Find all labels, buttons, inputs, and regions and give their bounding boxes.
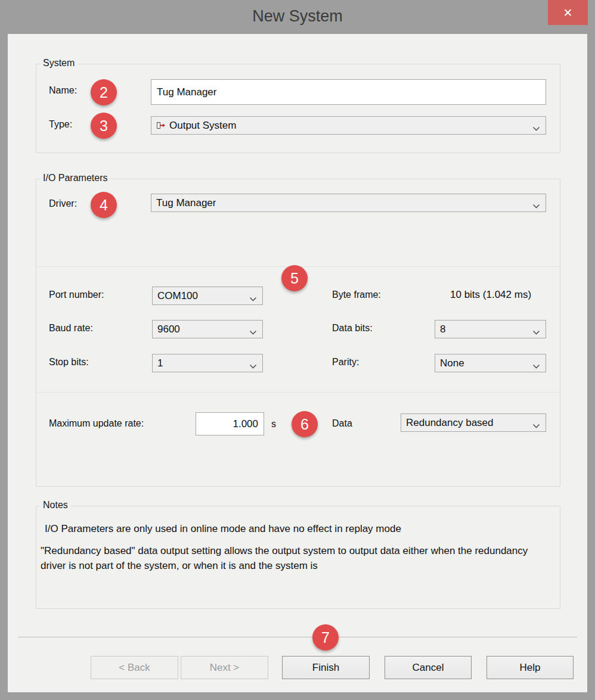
driver-label: Driver:	[49, 198, 77, 209]
stop-bits-label: Stop bits:	[49, 357, 89, 368]
max-update-rate-label: Maximum update rate:	[49, 418, 144, 429]
max-update-rate-unit: s	[271, 419, 276, 430]
type-badge: 3	[91, 113, 117, 139]
notes-legend: Notes	[40, 500, 71, 511]
chevron-down-icon	[249, 327, 257, 332]
chevron-down-icon	[532, 361, 540, 366]
stop-bits-select[interactable]: 1	[152, 354, 263, 372]
window-title: New System	[0, 0, 595, 34]
dialog-body: System Name: 2 Type: 3 Output System I/O…	[8, 34, 587, 692]
serial-badge: 5	[281, 265, 308, 291]
close-icon: ✕	[563, 6, 573, 20]
type-label: Type:	[49, 119, 72, 130]
data-bits-label: Data bits:	[332, 323, 373, 334]
driver-select[interactable]: Tug Manager	[151, 194, 546, 212]
chevron-down-icon	[532, 421, 540, 426]
chevron-down-icon	[532, 327, 540, 332]
data-output-select[interactable]: Redundancy based	[401, 413, 546, 432]
byte-frame-label: Byte frame:	[332, 290, 381, 300]
chevron-down-icon	[532, 123, 540, 129]
name-badge: 2	[91, 79, 117, 105]
byte-frame-value: 10 bits (1.042 ms)	[450, 289, 531, 301]
type-select[interactable]: Output System	[151, 116, 546, 135]
port-number-select[interactable]: COM100	[152, 287, 263, 305]
back-button[interactable]: < Back	[91, 656, 178, 679]
finish-badge: 7	[312, 624, 339, 651]
parity-select[interactable]: None	[435, 354, 546, 372]
data-output-label: Data	[332, 418, 352, 429]
window-titlebar: New System ✕	[0, 0, 595, 34]
baud-rate-select[interactable]: 9600	[152, 320, 263, 338]
data-bits-select[interactable]: 8	[435, 320, 546, 338]
system-group-legend: System	[40, 58, 78, 69]
cancel-button[interactable]: Cancel	[385, 656, 472, 679]
chevron-down-icon	[532, 201, 540, 206]
name-input[interactable]	[151, 79, 546, 105]
update-rate-badge: 6	[292, 411, 318, 437]
driver-badge: 4	[91, 192, 117, 218]
close-button[interactable]: ✕	[548, 0, 588, 25]
note-paragraph: "Redundancy based" data output setting a…	[41, 543, 554, 573]
help-button[interactable]: Help	[486, 656, 574, 679]
chevron-down-icon	[249, 361, 257, 366]
io-divider-bottom	[36, 392, 559, 393]
next-button[interactable]: Next >	[181, 656, 268, 679]
port-number-label: Port number:	[49, 290, 104, 300]
io-parameters-legend: I/O Parameters	[40, 173, 110, 183]
note-line-1: I/O Parameters are only used in online m…	[45, 521, 551, 536]
footer-divider	[18, 637, 577, 638]
system-group: System	[36, 64, 560, 153]
name-label: Name:	[49, 85, 77, 96]
max-update-rate-input[interactable]	[196, 412, 264, 435]
finish-button[interactable]: Finish	[282, 656, 370, 679]
chevron-down-icon	[249, 294, 257, 299]
output-system-icon	[156, 121, 166, 130]
baud-rate-label: Baud rate:	[49, 323, 93, 334]
parity-label: Parity:	[332, 357, 359, 368]
